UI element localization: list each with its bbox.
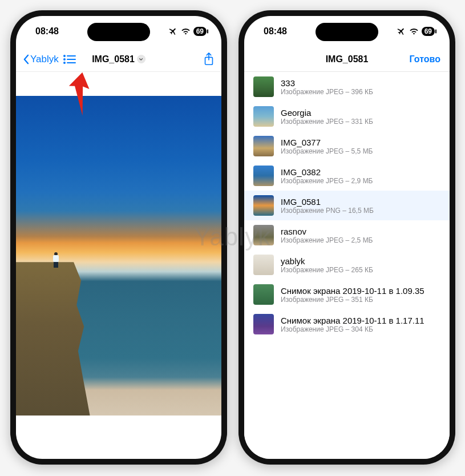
chevron-left-icon <box>23 54 29 64</box>
file-thumbnail <box>253 225 274 245</box>
share-button[interactable] <box>203 53 215 66</box>
svg-point-4 <box>63 62 66 64</box>
file-row[interactable]: Снимок экрана 2019-10-11 в 1.09.35Изобра… <box>244 280 450 309</box>
file-thumbnail <box>253 255 274 275</box>
file-subtitle: Изображение JPEG – 351 КБ <box>281 296 424 304</box>
wifi-icon <box>181 28 191 35</box>
file-row[interactable]: GeorgiaИзображение JPEG – 331 КБ <box>244 102 450 131</box>
file-name: IMG_0382 <box>281 167 373 177</box>
file-thumbnail <box>253 284 274 305</box>
file-subtitle: Изображение JPEG – 2,9 МБ <box>281 177 373 185</box>
airplane-mode-icon <box>169 27 178 36</box>
file-row[interactable]: IMG_0581Изображение PNG – 16,5 МБ <box>244 191 450 220</box>
svg-rect-5 <box>67 62 76 63</box>
nav-bar: IMG_0581 Готово <box>244 47 450 72</box>
file-name: IMG_0377 <box>281 138 373 147</box>
status-time: 08:48 <box>264 26 287 37</box>
file-thumbnail <box>253 106 274 127</box>
file-subtitle: Изображение JPEG – 396 КБ <box>281 88 373 96</box>
back-button[interactable]: Yablyk <box>23 54 59 65</box>
dynamic-island <box>316 23 378 41</box>
photo-person-shape <box>53 252 59 267</box>
back-label: Yablyk <box>30 54 59 65</box>
svg-rect-1 <box>67 55 76 57</box>
svg-point-0 <box>63 55 66 57</box>
file-thumbnail <box>253 195 274 216</box>
svg-point-2 <box>63 58 66 60</box>
photo-cliff-shape <box>16 262 90 416</box>
file-row[interactable]: IMG_0377Изображение JPEG – 5,5 МБ <box>244 131 450 161</box>
nav-bar: Yablyk IMG_0581 <box>16 47 221 72</box>
file-thumbnail <box>253 76 274 97</box>
file-thumbnail <box>253 314 274 334</box>
file-name: Georgia <box>281 108 373 118</box>
screen-right: 08:48 69 IMG_0581 Готово 333Изображение … <box>244 16 450 459</box>
title-dropdown[interactable]: IMG_0581 <box>92 54 145 64</box>
page-title: IMG_0581 <box>326 54 369 64</box>
file-subtitle: Изображение JPEG – 304 КБ <box>281 325 424 333</box>
page-title: IMG_0581 <box>92 54 135 64</box>
file-name: 333 <box>281 78 373 88</box>
photo-viewer[interactable] <box>16 96 221 416</box>
file-subtitle: Изображение PNG – 16,5 МБ <box>281 207 374 215</box>
file-name: yablyk <box>281 256 373 266</box>
file-name: Снимок экрана 2019-10-11 в 1.09.35 <box>281 286 424 296</box>
file-row[interactable]: yablykИзображение JPEG – 265 КБ <box>244 250 450 280</box>
list-icon <box>63 55 76 64</box>
file-subtitle: Изображение JPEG – 331 КБ <box>281 118 373 126</box>
status-indicators: 69 <box>397 27 435 36</box>
list-view-button[interactable] <box>63 55 76 64</box>
file-row[interactable]: rasnovИзображение JPEG – 2,5 МБ <box>244 220 450 250</box>
status-time: 08:48 <box>35 26 59 37</box>
file-subtitle: Изображение JPEG – 2,5 МБ <box>281 236 373 244</box>
file-subtitle: Изображение JPEG – 265 КБ <box>281 266 373 274</box>
file-subtitle: Изображение JPEG – 5,5 МБ <box>281 147 373 155</box>
file-name: rasnov <box>281 227 373 236</box>
file-name: IMG_0581 <box>281 197 374 207</box>
file-list[interactable]: 333Изображение JPEG – 396 КБGeorgiaИзобр… <box>244 72 450 459</box>
share-icon <box>203 53 215 66</box>
wifi-icon <box>409 28 419 35</box>
svg-rect-3 <box>67 59 76 60</box>
airplane-mode-icon <box>397 27 406 36</box>
file-thumbnail <box>253 136 274 156</box>
chevron-down-icon <box>137 55 145 63</box>
file-row[interactable]: Снимок экрана 2019-10-11 в 1.17.11Изобра… <box>244 309 450 339</box>
battery-indicator: 69 <box>422 27 435 36</box>
screen-left: 08:48 69 Yablyk <box>16 16 221 459</box>
battery-indicator: 69 <box>193 27 207 36</box>
file-row[interactable]: IMG_0382Изображение JPEG – 2,9 МБ <box>244 161 450 191</box>
dynamic-island <box>87 23 150 41</box>
done-button[interactable]: Готово <box>410 54 440 64</box>
phone-frame-right: 08:48 69 IMG_0581 Готово 333Изображение … <box>238 10 455 465</box>
file-row[interactable]: 333Изображение JPEG – 396 КБ <box>244 72 450 102</box>
file-thumbnail <box>253 166 274 186</box>
file-name: Снимок экрана 2019-10-11 в 1.17.11 <box>281 316 424 325</box>
status-indicators: 69 <box>169 27 207 36</box>
phone-frame-left: 08:48 69 Yablyk <box>10 10 227 465</box>
